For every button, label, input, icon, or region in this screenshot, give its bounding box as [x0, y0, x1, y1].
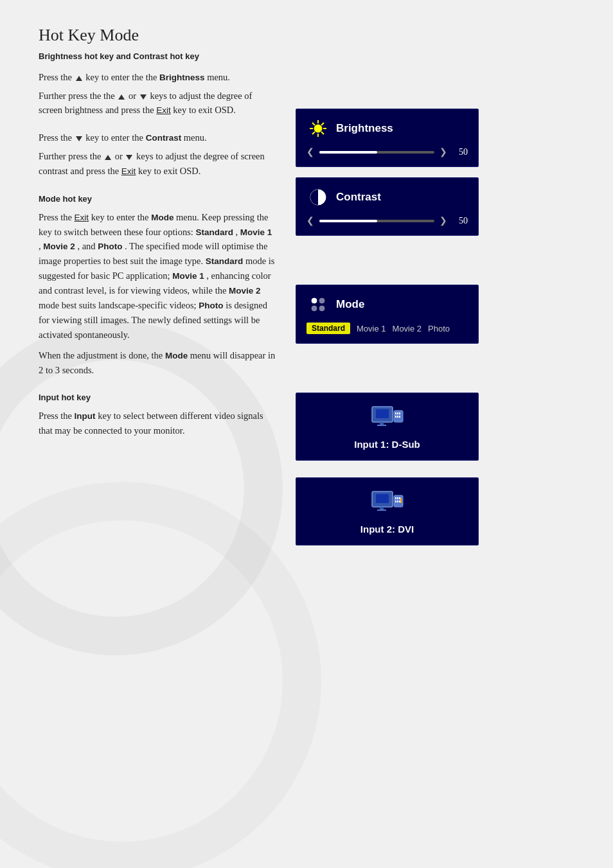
arrow-down-icon-contrast — [76, 136, 82, 141]
arrow-up-icon2 — [118, 94, 125, 100]
brightness-slider-row: ❮ ❯ 50 — [306, 146, 468, 157]
movie1-label: Movie 1 — [240, 227, 272, 237]
input2-osd-panel: Input 2: DVI — [296, 477, 479, 545]
exit-label-contrast: Exit — [121, 166, 136, 176]
svg-line-5 — [312, 123, 315, 125]
svg-point-10 — [312, 298, 317, 303]
svg-rect-30 — [395, 497, 396, 499]
svg-rect-35 — [399, 500, 400, 502]
exit-label-mode: Exit — [75, 213, 89, 222]
svg-rect-26 — [376, 494, 389, 503]
svg-rect-34 — [397, 500, 398, 502]
arrow-up-icon-brightness — [76, 76, 82, 81]
mode-osd-panel: Mode Standard Movie 1 Movie 2 Photo — [296, 285, 479, 344]
svg-rect-19 — [395, 412, 396, 414]
contrast-slider-row: ❮ ❯ 50 — [306, 215, 468, 226]
contrast-value: 50 — [452, 216, 468, 226]
brightness-osd-title: Brightness — [336, 122, 393, 135]
input2-icon — [368, 488, 407, 517]
contrast-arrow-right: ❯ — [440, 215, 447, 226]
standard-label2: Standard — [206, 256, 244, 266]
svg-line-6 — [321, 132, 324, 134]
mode-label-disappear: Mode — [165, 351, 188, 360]
arrow-down-icon-contrast2 — [126, 155, 132, 160]
mode-label-inline: Mode — [151, 213, 173, 222]
photo-label: Photo — [98, 242, 122, 251]
svg-rect-36 — [400, 498, 402, 503]
contrast-osd-icon — [306, 186, 330, 209]
input2-label: Input 2: DVI — [360, 524, 414, 535]
contrast-slider-fill — [319, 220, 377, 222]
svg-rect-21 — [399, 412, 400, 414]
contrast-text-block: Press the key to enter the Contrast menu… — [39, 130, 276, 178]
mode-option-movie2: Movie 2 — [393, 324, 422, 333]
svg-rect-15 — [376, 409, 389, 418]
contrast-arrow-left: ❮ — [306, 215, 314, 226]
movie1-label2: Movie 1 — [172, 271, 204, 281]
contrast-osd-title: Contrast — [336, 191, 381, 204]
svg-point-13 — [319, 306, 324, 311]
svg-rect-23 — [397, 416, 398, 418]
photo-label2: Photo — [199, 301, 223, 310]
brightness-arrow-right: ❯ — [440, 146, 447, 157]
svg-rect-28 — [377, 509, 386, 511]
brightness-contrast-subtitle: Brightness hot key and Contrast hot key — [39, 51, 574, 61]
brightness-key-label: key to enter the — [85, 72, 143, 82]
mode-text-block: Press the Exit key to enter the Mode men… — [39, 210, 276, 378]
brightness-slider-track — [319, 151, 434, 154]
input1-icon — [368, 403, 407, 432]
mode-option-movie1: Movie 1 — [357, 324, 386, 333]
movie2-label: Movie 2 — [43, 242, 75, 251]
brightness-further-press: Further press the — [39, 91, 101, 101]
svg-rect-16 — [380, 422, 384, 425]
contrast-osd-panel: Contrast ❮ ❯ 50 — [296, 177, 479, 236]
brightness-value: 50 — [452, 147, 468, 157]
brightness-menu-label: Brightness — [159, 73, 205, 82]
contrast-menu-label: Contrast — [146, 133, 182, 143]
svg-point-0 — [314, 125, 322, 132]
brightness-press-the: Press the — [39, 72, 72, 82]
brightness-osd-icon — [306, 117, 330, 140]
svg-point-12 — [312, 306, 317, 311]
movie2-label2: Movie 2 — [229, 286, 261, 296]
input-heading: Input hot key — [39, 393, 276, 402]
mode-option-photo: Photo — [428, 324, 450, 333]
svg-rect-20 — [397, 412, 398, 414]
svg-rect-32 — [399, 497, 400, 499]
input-text-block: Press the Input key to select between di… — [39, 409, 276, 438]
page-title: Hot Key Mode — [39, 26, 574, 45]
svg-point-11 — [319, 298, 324, 303]
brightness-osd-panel: Brightness ❮ ❯ 50 — [296, 109, 479, 167]
arrow-down-icon1 — [140, 94, 147, 100]
svg-line-7 — [321, 123, 324, 125]
svg-rect-22 — [395, 416, 396, 418]
svg-line-8 — [312, 132, 315, 134]
mode-option-standard: Standard — [306, 323, 350, 334]
contrast-slider-track — [319, 220, 434, 222]
mode-osd-icon — [306, 293, 330, 316]
input1-label: Input 1: D-Sub — [354, 439, 420, 450]
input-label-inline: Input — [75, 411, 96, 421]
svg-rect-31 — [397, 497, 398, 499]
svg-rect-27 — [380, 507, 384, 509]
brightness-text-block: Press the key to enter the the Brightnes… — [39, 70, 276, 118]
svg-rect-24 — [399, 416, 400, 418]
mode-options-row: Standard Movie 1 Movie 2 Photo — [306, 323, 468, 334]
brightness-arrow-left: ❮ — [306, 146, 314, 157]
standard-label: Standard — [195, 227, 233, 237]
arrow-up-icon-contrast — [105, 155, 111, 160]
input1-osd-panel: Input 1: D-Sub — [296, 393, 479, 461]
brightness-slider-fill — [319, 151, 377, 154]
svg-rect-33 — [395, 500, 396, 502]
mode-heading: Mode hot key — [39, 194, 276, 204]
mode-osd-title: Mode — [336, 298, 364, 311]
svg-rect-17 — [377, 425, 386, 426]
exit-label-brightness: Exit — [156, 105, 171, 115]
